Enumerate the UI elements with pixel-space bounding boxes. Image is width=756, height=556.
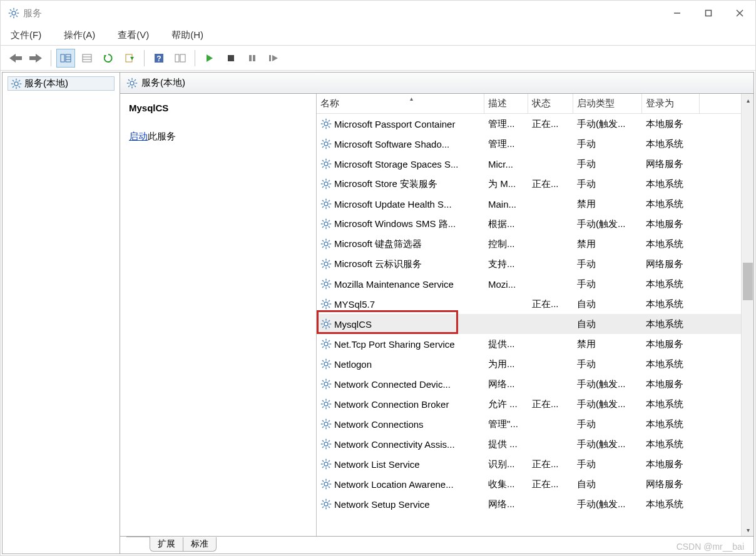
export-button[interactable] xyxy=(120,49,139,68)
svg-rect-32 xyxy=(253,55,255,61)
menu-action[interactable]: 操作(A) xyxy=(60,28,99,43)
col-status[interactable]: 状态 xyxy=(528,94,573,113)
service-name: Network List Service xyxy=(334,459,420,470)
service-startup: 手动(触发... xyxy=(573,498,642,510)
scroll-down-button[interactable]: ▾ xyxy=(742,523,754,536)
tab-extended[interactable]: 扩展 xyxy=(150,537,183,552)
menu-help[interactable]: 帮助(H) xyxy=(168,28,207,43)
menu-view[interactable]: 查看(V) xyxy=(114,28,153,43)
service-desc: 为 M... xyxy=(484,178,528,190)
service-desc: 控制... xyxy=(484,238,528,250)
properties-button[interactable] xyxy=(171,49,190,68)
service-row[interactable]: Network List Service识别...正在...手动本地服务 xyxy=(317,454,741,474)
service-name: Microsoft Passport Container xyxy=(334,119,455,129)
pause-service-button[interactable] xyxy=(243,49,262,68)
gear-icon xyxy=(320,258,332,270)
service-row[interactable]: Microsoft 键盘筛选器控制...禁用本地系统 xyxy=(317,234,741,254)
service-name: Microsoft Update Health S... xyxy=(334,199,452,210)
service-startup: 禁用 xyxy=(573,238,642,250)
svg-marker-34 xyxy=(272,55,278,61)
service-desc: 提供... xyxy=(484,338,528,350)
service-name: Netlogon xyxy=(334,359,372,370)
help-button[interactable]: ? xyxy=(150,49,168,68)
col-desc[interactable]: 描述 xyxy=(484,94,528,113)
minimize-button[interactable] xyxy=(662,1,693,26)
service-startup: 手动(触发... xyxy=(573,378,642,390)
menubar: 文件(F) 操作(A) 查看(V) 帮助(H) xyxy=(1,26,755,46)
menu-file[interactable]: 文件(F) xyxy=(7,28,45,43)
service-row[interactable]: Network Connection Broker允许 ...正在...手动(触… xyxy=(317,394,741,414)
service-desc: Mozi... xyxy=(484,279,528,290)
toolbar-view-1[interactable] xyxy=(56,49,75,68)
service-row[interactable]: Network Setup Service网络...手动(触发...本地系统 xyxy=(317,494,741,514)
service-row[interactable]: Network Connections管理"...手动本地系统 xyxy=(317,414,741,434)
service-row[interactable]: Microsoft 云标识服务支持...手动网络服务 xyxy=(317,254,741,274)
list-body[interactable]: Microsoft Passport Container管理...正在...手动… xyxy=(317,114,741,536)
service-row[interactable]: MYSql5.7正在...自动本地系统 xyxy=(317,294,741,314)
restart-service-button[interactable] xyxy=(264,49,283,68)
service-row[interactable]: Microsoft Storage Spaces S...Micr...手动网络… xyxy=(317,154,741,174)
col-name[interactable]: 名称▴ xyxy=(317,94,484,113)
stop-service-button[interactable] xyxy=(222,49,240,68)
service-status: 正在... xyxy=(528,398,573,410)
gear-icon xyxy=(320,238,332,250)
close-button[interactable] xyxy=(724,1,755,26)
nav-back-button[interactable] xyxy=(6,49,24,68)
tree-root-node[interactable]: 服务(本地) xyxy=(8,76,115,91)
detail-pane: MysqlCS 启动此服务 xyxy=(120,94,317,536)
service-logon: 本地服务 xyxy=(642,118,700,130)
service-name: Microsoft 键盘筛选器 xyxy=(334,238,422,250)
service-logon: 网络服务 xyxy=(642,478,700,490)
vertical-scrollbar[interactable]: ▴ ▾ xyxy=(741,94,753,536)
start-service-link[interactable]: 启动 xyxy=(129,131,148,141)
toolbar: ? xyxy=(1,46,755,71)
svg-marker-14 xyxy=(29,54,42,63)
service-startup: 手动 xyxy=(573,178,642,190)
refresh-button[interactable] xyxy=(99,49,118,68)
nav-forward-button[interactable] xyxy=(27,49,46,68)
toolbar-view-2[interactable] xyxy=(78,49,96,68)
service-row[interactable]: Mozilla Maintenance ServiceMozi...手动本地系统 xyxy=(317,274,741,294)
titlebar[interactable]: 服务 xyxy=(1,1,755,26)
col-logon[interactable]: 登录为 xyxy=(642,94,700,113)
service-row[interactable]: Netlogon为用...手动本地系统 xyxy=(317,354,741,374)
service-row[interactable]: MysqlCS自动本地系统 xyxy=(317,314,741,334)
gear-icon xyxy=(320,498,332,510)
svg-rect-15 xyxy=(61,54,64,62)
service-row[interactable]: Network Connected Devic...网络...手动(触发...本… xyxy=(317,374,741,394)
service-name: Mozilla Maintenance Service xyxy=(334,279,454,290)
service-logon: 本地系统 xyxy=(642,318,700,330)
service-startup: 手动 xyxy=(573,458,642,470)
tree-pane[interactable]: 服务(本地) xyxy=(3,73,120,553)
gear-icon xyxy=(320,158,332,169)
scroll-up-button[interactable]: ▴ xyxy=(742,94,754,106)
service-desc: 管理... xyxy=(484,118,528,130)
right-pane: 服务(本地) MysqlCS 启动此服务 名称▴ 描述 状态 启动类型 登录为 xyxy=(120,73,753,553)
service-desc: 管理... xyxy=(484,138,528,150)
scroll-thumb[interactable] xyxy=(743,263,753,300)
service-logon: 本地系统 xyxy=(642,178,700,190)
maximize-button[interactable] xyxy=(693,1,724,26)
start-service-button[interactable] xyxy=(200,49,219,68)
col-startup[interactable]: 启动类型 xyxy=(573,94,642,113)
gear-icon xyxy=(320,478,332,490)
service-row[interactable]: Microsoft Windows SMS 路...根据...手动(触发...本… xyxy=(317,214,741,234)
service-logon: 本地系统 xyxy=(642,238,700,250)
service-status: 正在... xyxy=(528,178,573,190)
service-row[interactable]: Net.Tcp Port Sharing Service提供...禁用本地服务 xyxy=(317,334,741,354)
start-suffix: 此服务 xyxy=(148,131,176,141)
tab-standard[interactable]: 标准 xyxy=(183,537,217,552)
service-row[interactable]: Network Connectivity Assis...提供 ...手动(触发… xyxy=(317,434,741,454)
service-row[interactable]: Microsoft Software Shado...管理...手动本地系统 xyxy=(317,134,741,154)
service-row[interactable]: Microsoft Passport Container管理...正在...手动… xyxy=(317,114,741,134)
service-status: 正在... xyxy=(528,478,573,490)
service-name: Network Connections xyxy=(334,419,424,430)
gear-icon xyxy=(320,298,332,310)
service-desc: 网络... xyxy=(484,378,528,390)
service-row[interactable]: Microsoft Update Health S...Main...禁用本地系… xyxy=(317,194,741,214)
services-window: 服务 文件(F) 操作(A) 查看(V) 帮助(H) ? xyxy=(0,0,756,556)
svg-rect-19 xyxy=(83,54,91,62)
service-row[interactable]: Network Location Awarene...收集...正在...自动网… xyxy=(317,474,741,494)
service-row[interactable]: Microsoft Store 安装服务为 M...正在...手动本地系统 xyxy=(317,174,741,194)
services-list-pane: 名称▴ 描述 状态 启动类型 登录为 Microsoft Passport Co… xyxy=(317,94,741,536)
